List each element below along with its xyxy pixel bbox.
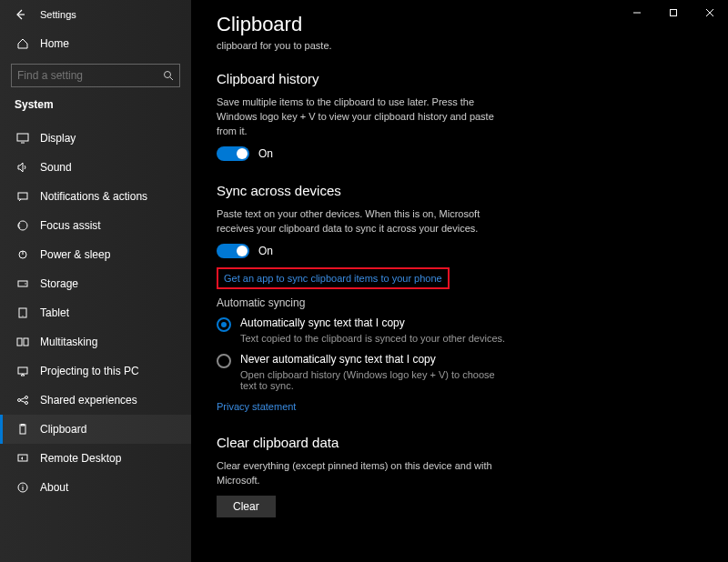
nav-item-power[interactable]: Power & sleep xyxy=(0,240,191,269)
sidebar: Settings Home System Display xyxy=(0,0,191,562)
section-clipboard-history: Clipboard history Save multiple items to… xyxy=(217,71,657,161)
nav-label: Notifications & actions xyxy=(40,190,147,203)
storage-icon xyxy=(15,278,31,289)
radio-never-label: Never automatically sync text that I cop… xyxy=(240,353,513,366)
main-content: Clipboard clipboard for you to paste. Cl… xyxy=(191,0,728,562)
nav-item-shared[interactable]: Shared experiences xyxy=(0,386,191,415)
sync-heading: Sync across devices xyxy=(217,183,657,198)
auto-sync-label: Automatic syncing xyxy=(217,296,657,309)
search-input[interactable] xyxy=(17,69,163,82)
nav-item-clipboard[interactable]: Clipboard xyxy=(0,415,191,444)
nav-item-sound[interactable]: Sound xyxy=(0,153,191,182)
history-toggle-state: On xyxy=(258,147,273,160)
history-desc: Save multiple items to the clipboard to … xyxy=(217,95,499,139)
nav-item-display[interactable]: Display xyxy=(0,124,191,153)
search-icon xyxy=(163,70,174,81)
nav-label: Projecting to this PC xyxy=(40,365,139,377)
svg-rect-26 xyxy=(671,10,677,16)
svg-rect-13 xyxy=(18,367,27,374)
sound-icon xyxy=(15,162,31,173)
nav-item-focus[interactable]: Focus assist xyxy=(0,211,191,240)
svg-point-15 xyxy=(25,396,28,399)
nav-label: Clipboard xyxy=(40,423,86,436)
clear-desc: Clear everything (except pinned items) o… xyxy=(217,459,526,488)
search-wrap xyxy=(0,58,191,95)
nav-label: Multitasking xyxy=(40,336,97,348)
svg-point-14 xyxy=(18,399,21,402)
display-icon xyxy=(15,133,31,144)
highlighted-link-box: Get an app to sync clipboard items to yo… xyxy=(217,267,450,289)
svg-line-17 xyxy=(20,398,25,400)
nav-label: Sound xyxy=(40,161,72,174)
multitasking-icon xyxy=(15,336,31,347)
svg-point-8 xyxy=(25,283,25,284)
app-title: Settings xyxy=(40,9,76,20)
svg-rect-11 xyxy=(17,338,22,346)
tablet-icon xyxy=(15,307,31,318)
nav-list: Display Sound Notifications & actions Fo… xyxy=(0,124,191,502)
maximize-button[interactable] xyxy=(655,0,692,25)
power-icon xyxy=(15,249,31,260)
minimize-button[interactable] xyxy=(619,0,655,25)
section-sync: Sync across devices Paste text on your o… xyxy=(217,183,657,413)
nav-item-notifications[interactable]: Notifications & actions xyxy=(0,182,191,211)
back-arrow-icon xyxy=(14,8,26,21)
notifications-icon xyxy=(15,191,31,202)
sync-desc: Paste text on your other devices. When t… xyxy=(217,207,499,236)
home-nav[interactable]: Home xyxy=(0,29,191,58)
clear-button[interactable]: Clear xyxy=(217,496,276,517)
back-button[interactable] xyxy=(7,2,33,27)
page-subtext: clipboard for you to paste. xyxy=(217,40,657,51)
sync-toggle-state: On xyxy=(258,245,273,257)
about-icon xyxy=(15,482,31,493)
focus-icon xyxy=(15,220,31,231)
nav-item-multitasking[interactable]: Multitasking xyxy=(0,327,191,356)
nav-label: Shared experiences xyxy=(40,394,137,406)
history-heading: Clipboard history xyxy=(217,71,657,86)
svg-point-10 xyxy=(23,316,24,316)
svg-point-24 xyxy=(23,485,24,486)
svg-line-18 xyxy=(20,401,25,403)
nav-item-remote[interactable]: Remote Desktop xyxy=(0,444,191,473)
history-toggle[interactable] xyxy=(217,146,249,161)
radio-never[interactable] xyxy=(217,354,231,368)
svg-point-0 xyxy=(165,72,171,78)
nav-item-tablet[interactable]: Tablet xyxy=(0,298,191,327)
svg-point-16 xyxy=(25,402,28,405)
nav-label: Display xyxy=(40,132,76,145)
home-label: Home xyxy=(40,37,69,50)
radio-option-never[interactable]: Never automatically sync text that I cop… xyxy=(217,353,657,391)
nav-group-label: System xyxy=(0,95,191,118)
nav-label: Tablet xyxy=(40,306,69,319)
nav-label: About xyxy=(40,481,68,494)
privacy-link[interactable]: Privacy statement xyxy=(217,401,296,412)
nav-label: Focus assist xyxy=(40,219,101,232)
svg-rect-2 xyxy=(17,134,28,141)
remote-icon xyxy=(15,453,31,464)
svg-rect-12 xyxy=(24,338,28,346)
search-box[interactable] xyxy=(11,64,180,87)
svg-line-1 xyxy=(170,77,173,80)
titlebar: Settings xyxy=(0,0,191,29)
nav-label: Storage xyxy=(40,277,78,290)
close-button[interactable] xyxy=(692,0,728,25)
radio-never-desc: Open clipboard history (Windows logo key… xyxy=(240,369,513,391)
window-controls xyxy=(619,0,728,25)
nav-label: Remote Desktop xyxy=(40,452,121,465)
nav-label: Power & sleep xyxy=(40,248,110,261)
projecting-icon xyxy=(15,366,31,376)
nav-item-about[interactable]: About xyxy=(0,473,191,502)
radio-auto-label: Automatically sync text that I copy xyxy=(240,316,505,329)
nav-item-projecting[interactable]: Projecting to this PC xyxy=(0,356,191,386)
get-app-link[interactable]: Get an app to sync clipboard items to yo… xyxy=(224,273,442,284)
radio-auto-desc: Text copied to the clipboard is synced t… xyxy=(240,333,505,344)
nav-item-storage[interactable]: Storage xyxy=(0,269,191,298)
radio-option-auto[interactable]: Automatically sync text that I copy Text… xyxy=(217,316,657,344)
svg-rect-4 xyxy=(18,193,27,199)
radio-auto[interactable] xyxy=(217,317,231,332)
sync-toggle[interactable] xyxy=(217,244,249,258)
shared-icon xyxy=(15,395,31,406)
home-icon xyxy=(15,37,31,50)
clear-heading: Clear clipboard data xyxy=(217,435,657,450)
clipboard-icon xyxy=(15,424,31,435)
